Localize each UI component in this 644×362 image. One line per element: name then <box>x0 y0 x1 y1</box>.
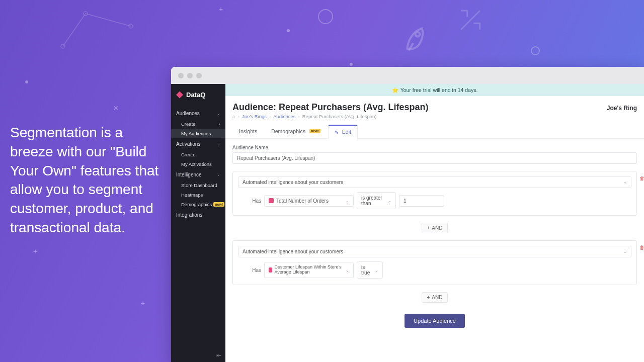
nav-activations-label: Activations <box>176 141 200 147</box>
crumb-current: Repeat Purchasers (Avg. Lifespan) <box>302 114 377 119</box>
nav-integrations[interactable]: Integrations <box>171 209 225 221</box>
delete-rule-icon[interactable]: 🗑 <box>638 245 644 252</box>
new-badge: new! <box>309 129 320 133</box>
nav-activations[interactable]: Activations ⌄ <box>171 138 225 150</box>
crumb-store[interactable]: Joe's Rings <box>242 114 267 119</box>
brand-label: DataQ <box>186 91 205 99</box>
pencil-icon <box>335 129 340 134</box>
crumb-audiences[interactable]: Audiences <box>273 114 295 119</box>
rule-group-2: 🗑 Automated intelligence about your cust… <box>232 240 637 285</box>
chevron-down-icon: ⌄ <box>346 268 349 273</box>
star-icon: ⭐ <box>392 87 398 94</box>
rule-group-1: 🗑 Automated intelligence about your cust… <box>232 171 637 216</box>
breadcrumb: › Joe's Rings › Audiences › Repeat Purch… <box>225 114 644 124</box>
tab-edit[interactable]: Edit <box>328 125 358 139</box>
page-title: Audience: Repeat Purchasers (Avg. Lifesp… <box>232 102 428 113</box>
nav-my-audiences[interactable]: My Audiences <box>171 129 225 138</box>
svg-point-0 <box>416 32 420 37</box>
rule-operator-select[interactable]: is greater than ⌄ <box>357 192 396 209</box>
has-label: Has <box>243 267 261 273</box>
audience-form: Audience Name 🗑 Automated intelligence a… <box>225 139 644 334</box>
tabs: Insights Demographics new! Edit <box>225 124 644 139</box>
chevron-down-icon: ⌄ <box>623 249 627 254</box>
rule-value-input[interactable] <box>399 195 444 207</box>
chevron-down-icon: ⌄ <box>217 172 220 177</box>
content-area: ⭐ Your free trial will end in 14 days. A… <box>225 84 644 362</box>
rule-operator-select[interactable]: is true ⌄ <box>357 261 383 279</box>
window-max-dot[interactable] <box>196 73 202 78</box>
nav-audiences-create[interactable]: Create › <box>171 119 225 129</box>
rule-attribute-select[interactable]: Customer Lifespan Within Store's Average… <box>264 262 354 278</box>
delete-rule-icon[interactable]: 🗑 <box>638 175 644 183</box>
has-label: Has <box>243 198 261 204</box>
rule-attribute-select[interactable]: Total Number of Orders ⌄ <box>264 195 354 207</box>
tab-insights[interactable]: Insights <box>232 124 264 138</box>
nav-my-activations[interactable]: My Activations <box>171 159 225 169</box>
plus-icon: + <box>427 295 430 300</box>
brand-icon <box>176 92 183 99</box>
and-button[interactable]: +AND <box>422 292 448 303</box>
nav-heatmaps[interactable]: Heatmaps <box>171 190 225 200</box>
audience-name-input[interactable] <box>232 152 637 164</box>
nav-intelligence[interactable]: Intelligence ⌄ <box>171 169 225 180</box>
store-name: Joe's Ring <box>607 105 637 112</box>
update-audience-button[interactable]: Update Audience <box>405 314 465 328</box>
nav-audiences-label: Audiences <box>176 111 200 116</box>
chevron-down-icon: ⌄ <box>217 142 220 146</box>
browser-window: DataQ Audiences ⌄ Create › My Audiences … <box>171 67 644 362</box>
new-badge: new! <box>213 202 224 207</box>
trial-banner: ⭐ Your free trial will end in 14 days. <box>225 84 644 96</box>
home-icon[interactable] <box>232 114 235 119</box>
chevron-down-icon: ⌄ <box>388 199 391 203</box>
nav-store-dashboard[interactable]: Store Dashboard <box>171 180 225 190</box>
trial-text: Your free trial will end in 14 days. <box>400 87 478 93</box>
chevron-down-icon: ⌄ <box>375 268 378 273</box>
chevron-right-icon: › <box>219 121 220 127</box>
sidebar: DataQ Audiences ⌄ Create › My Audiences … <box>171 84 225 362</box>
tab-demographics[interactable]: Demographics new! <box>265 124 327 138</box>
chevron-down-icon: ⌄ <box>217 111 220 116</box>
nav-demographics[interactable]: Demographics new! <box>171 200 225 209</box>
rule-source-select[interactable]: Automated intelligence about your custom… <box>238 246 631 257</box>
window-close-dot[interactable] <box>178 73 184 78</box>
plus-icon: + <box>427 225 430 231</box>
svg-line-4 <box>63 14 86 46</box>
collapse-sidebar-icon[interactable]: ⇤ <box>216 352 221 359</box>
audience-name-label: Audience Name <box>232 145 637 150</box>
chevron-down-icon: ⌄ <box>346 199 349 203</box>
window-titlebar <box>171 67 644 84</box>
chevron-down-icon: ⌄ <box>623 180 627 185</box>
brand-logo[interactable]: DataQ <box>171 84 225 108</box>
svg-line-5 <box>86 14 131 26</box>
and-button[interactable]: +AND <box>422 223 448 233</box>
hero-text: Segmentation is a breeze with our "Build… <box>10 123 166 237</box>
nav-intelligence-label: Intelligence <box>176 172 202 177</box>
attr-icon <box>269 267 272 273</box>
nav-integrations-label: Integrations <box>176 212 202 218</box>
attr-icon <box>269 198 274 203</box>
nav-audiences[interactable]: Audiences ⌄ <box>171 108 225 119</box>
rule-source-select[interactable]: Automated intelligence about your custom… <box>238 176 631 188</box>
nav-activations-create[interactable]: Create <box>171 150 225 159</box>
window-min-dot[interactable] <box>187 73 193 78</box>
